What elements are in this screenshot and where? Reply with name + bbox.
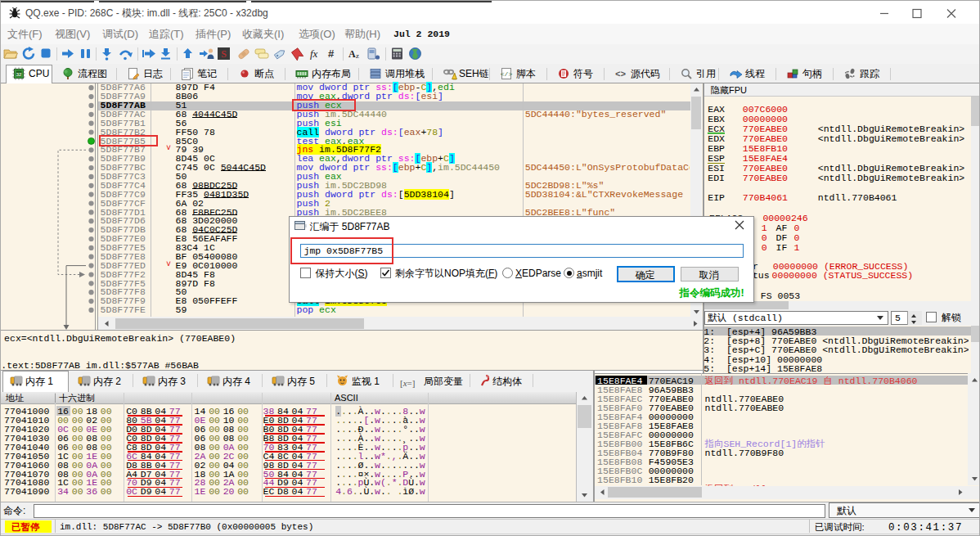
svg-text:<>: <> [615,70,627,79]
svg-text:z: z [356,52,359,60]
svg-text:S: S [221,48,227,60]
svg-text:A: A [348,48,356,60]
svg-text:fx: fx [310,47,318,60]
svg-text:#: # [328,47,335,60]
svg-text:</>: </> [501,70,513,78]
svg-text:32: 32 [16,72,22,77]
